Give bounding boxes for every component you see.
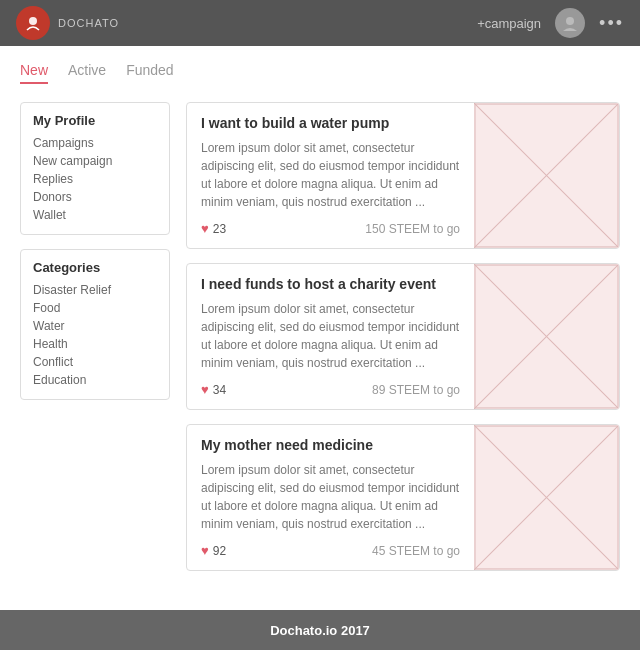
card-likes-0: ♥ 23	[201, 221, 226, 236]
footer-text: Dochato.io 2017	[270, 623, 370, 638]
svg-point-1	[566, 17, 574, 25]
profile-box-title: My Profile	[33, 113, 157, 128]
card-desc-1: Lorem ipsum dolor sit amet, consectetur …	[201, 300, 460, 372]
sidebar-item-health[interactable]: Health	[33, 335, 157, 353]
menu-dots-icon[interactable]: •••	[599, 14, 624, 32]
card-steem-2: 45 STEEM to go	[372, 544, 460, 558]
header: DOCHATO +campaign •••	[0, 0, 640, 46]
main-content: New Active Funded My Profile Campaigns N…	[0, 46, 640, 610]
heart-icon-0: ♥	[201, 221, 209, 236]
card-title-1: I need funds to host a charity event	[201, 276, 460, 292]
categories-box-title: Categories	[33, 260, 157, 275]
card-steem-0: 150 STEEM to go	[365, 222, 460, 236]
card-content-0: I want to build a water pump Lorem ipsum…	[187, 103, 474, 248]
logo-text: DOCHATO	[58, 17, 119, 29]
sidebar-item-replies[interactable]: Replies	[33, 170, 157, 188]
logo-icon	[16, 6, 50, 40]
sidebar-item-campaigns[interactable]: Campaigns	[33, 134, 157, 152]
sidebar-item-wallet[interactable]: Wallet	[33, 206, 157, 224]
card-desc-2: Lorem ipsum dolor sit amet, consectetur …	[201, 461, 460, 533]
card-steem-1: 89 STEEM to go	[372, 383, 460, 397]
table-row[interactable]: I need funds to host a charity event Lor…	[186, 263, 620, 410]
sidebar: My Profile Campaigns New campaign Replie…	[20, 102, 170, 571]
card-content-1: I need funds to host a charity event Lor…	[187, 264, 474, 409]
header-right: +campaign •••	[477, 8, 624, 38]
categories-box: Categories Disaster Relief Food Water He…	[20, 249, 170, 400]
tab-new[interactable]: New	[20, 62, 48, 84]
tabs: New Active Funded	[20, 62, 620, 84]
likes-count-0: 23	[213, 222, 226, 236]
logo-area: DOCHATO	[16, 6, 119, 40]
profile-box: My Profile Campaigns New campaign Replie…	[20, 102, 170, 235]
tab-funded[interactable]: Funded	[126, 62, 173, 84]
footer: Dochato.io 2017	[0, 610, 640, 650]
card-title-0: I want to build a water pump	[201, 115, 460, 131]
campaigns-list: I want to build a water pump Lorem ipsum…	[186, 102, 620, 571]
card-image-0	[474, 103, 619, 248]
avatar[interactable]	[555, 8, 585, 38]
table-row[interactable]: I want to build a water pump Lorem ipsum…	[186, 102, 620, 249]
sidebar-item-conflict[interactable]: Conflict	[33, 353, 157, 371]
card-title-2: My mother need medicine	[201, 437, 460, 453]
sidebar-item-education[interactable]: Education	[33, 371, 157, 389]
likes-count-2: 92	[213, 544, 226, 558]
heart-icon-1: ♥	[201, 382, 209, 397]
add-campaign-button[interactable]: +campaign	[477, 16, 541, 31]
card-footer-0: ♥ 23 150 STEEM to go	[201, 221, 460, 236]
sidebar-item-new-campaign[interactable]: New campaign	[33, 152, 157, 170]
card-likes-2: ♥ 92	[201, 543, 226, 558]
svg-point-0	[29, 17, 37, 25]
sidebar-item-water[interactable]: Water	[33, 317, 157, 335]
card-footer-2: ♥ 92 45 STEEM to go	[201, 543, 460, 558]
tab-active[interactable]: Active	[68, 62, 106, 84]
card-likes-1: ♥ 34	[201, 382, 226, 397]
likes-count-1: 34	[213, 383, 226, 397]
heart-icon-2: ♥	[201, 543, 209, 558]
card-content-2: My mother need medicine Lorem ipsum dolo…	[187, 425, 474, 570]
card-footer-1: ♥ 34 89 STEEM to go	[201, 382, 460, 397]
content-layout: My Profile Campaigns New campaign Replie…	[20, 102, 620, 571]
card-image-2	[474, 425, 619, 570]
sidebar-item-disaster-relief[interactable]: Disaster Relief	[33, 281, 157, 299]
table-row[interactable]: My mother need medicine Lorem ipsum dolo…	[186, 424, 620, 571]
sidebar-item-donors[interactable]: Donors	[33, 188, 157, 206]
card-desc-0: Lorem ipsum dolor sit amet, consectetur …	[201, 139, 460, 211]
sidebar-item-food[interactable]: Food	[33, 299, 157, 317]
card-image-1	[474, 264, 619, 409]
